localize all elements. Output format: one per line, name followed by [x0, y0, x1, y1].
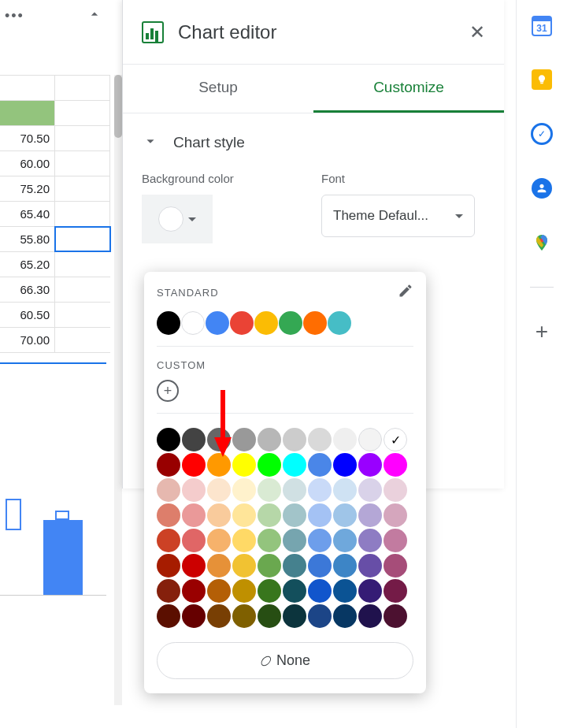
palette-color-swatch[interactable]	[358, 453, 382, 477]
palette-color-swatch[interactable]	[157, 453, 180, 477]
palette-color-swatch[interactable]	[283, 579, 306, 603]
scrollbar-thumb[interactable]	[114, 75, 122, 138]
palette-color-swatch[interactable]	[258, 554, 281, 578]
palette-color-swatch[interactable]	[308, 604, 332, 628]
palette-color-swatch[interactable]	[157, 478, 180, 502]
palette-color-swatch[interactable]	[333, 554, 357, 578]
sheet-cells[interactable]: 70.50 60.00 75.20 65.40 55.80 65.20 66.3…	[0, 75, 110, 353]
palette-color-swatch[interactable]	[232, 428, 256, 451]
pencil-icon[interactable]	[398, 283, 413, 302]
palette-color-swatch[interactable]	[182, 579, 206, 603]
standard-color-swatch[interactable]	[230, 311, 254, 335]
contacts-icon[interactable]	[532, 178, 552, 199]
palette-color-swatch[interactable]	[358, 529, 382, 552]
palette-color-swatch[interactable]	[358, 579, 382, 603]
standard-color-swatch[interactable]	[181, 311, 205, 335]
palette-color-swatch[interactable]	[232, 453, 256, 477]
palette-color-swatch[interactable]	[333, 529, 357, 552]
palette-color-swatch[interactable]	[308, 428, 332, 451]
palette-color-swatch[interactable]	[182, 604, 206, 628]
none-button[interactable]: ⬭ None	[157, 642, 413, 679]
palette-color-swatch[interactable]	[258, 453, 281, 477]
palette-color-swatch[interactable]	[182, 428, 206, 451]
cell[interactable]: 65.20	[0, 252, 55, 277]
palette-color-swatch[interactable]	[258, 478, 281, 502]
palette-color-swatch[interactable]	[333, 428, 357, 451]
palette-color-swatch[interactable]	[283, 428, 306, 451]
palette-color-swatch[interactable]	[157, 503, 180, 527]
cell[interactable]: 65.40	[0, 202, 55, 226]
palette-color-swatch[interactable]	[182, 529, 206, 552]
palette-color-swatch[interactable]	[333, 604, 357, 628]
palette-color-swatch[interactable]	[207, 453, 231, 477]
palette-color-swatch[interactable]	[308, 453, 332, 477]
cell[interactable]: 60.00	[0, 151, 55, 176]
palette-color-swatch[interactable]	[182, 554, 206, 578]
palette-color-swatch[interactable]	[232, 478, 256, 502]
palette-color-swatch[interactable]	[207, 529, 231, 552]
cell[interactable]: 66.30	[0, 277, 55, 302]
palette-color-swatch[interactable]	[358, 503, 382, 527]
palette-color-swatch[interactable]	[358, 604, 382, 628]
palette-color-swatch[interactable]	[333, 503, 357, 527]
palette-color-swatch[interactable]	[308, 579, 332, 603]
palette-color-swatch[interactable]	[157, 579, 180, 603]
palette-color-swatch[interactable]	[207, 579, 231, 603]
standard-color-swatch[interactable]	[157, 311, 180, 335]
tab-setup[interactable]: Setup	[123, 65, 313, 113]
palette-color-swatch[interactable]	[283, 529, 306, 552]
cell[interactable]: 70.00	[0, 328, 55, 352]
palette-color-swatch[interactable]	[232, 604, 256, 628]
vertical-scrollbar[interactable]	[114, 75, 122, 705]
palette-color-swatch[interactable]	[308, 529, 332, 552]
palette-color-swatch[interactable]	[232, 503, 256, 527]
collapse-icon[interactable]	[87, 6, 102, 25]
palette-color-swatch[interactable]	[358, 478, 382, 502]
palette-color-swatch[interactable]	[232, 554, 256, 578]
palette-color-swatch[interactable]	[333, 478, 357, 502]
palette-color-swatch[interactable]	[157, 604, 180, 628]
palette-color-swatch[interactable]	[283, 503, 306, 527]
cell[interactable]: 75.20	[0, 176, 55, 201]
section-chart-style[interactable]: Chart style	[123, 113, 504, 172]
palette-color-swatch[interactable]	[157, 554, 180, 578]
standard-color-swatch[interactable]	[206, 311, 229, 335]
keep-icon[interactable]	[532, 69, 552, 90]
tab-customize[interactable]: Customize	[313, 65, 504, 113]
palette-color-swatch[interactable]	[182, 453, 206, 477]
palette-color-swatch[interactable]	[384, 579, 407, 603]
palette-color-swatch[interactable]	[283, 453, 306, 477]
palette-color-swatch[interactable]	[207, 428, 231, 451]
palette-color-swatch[interactable]	[358, 428, 382, 451]
palette-color-swatch[interactable]	[384, 604, 407, 628]
palette-color-swatch[interactable]	[207, 503, 231, 527]
palette-color-swatch[interactable]	[308, 478, 332, 502]
palette-color-swatch[interactable]	[157, 529, 180, 552]
maps-icon[interactable]	[531, 232, 553, 254]
palette-color-swatch[interactable]	[384, 478, 407, 502]
palette-color-swatch[interactable]	[384, 503, 407, 527]
palette-color-swatch[interactable]	[283, 604, 306, 628]
palette-color-swatch[interactable]	[333, 579, 357, 603]
palette-color-swatch[interactable]	[283, 554, 306, 578]
standard-color-swatch[interactable]	[303, 311, 327, 335]
cell[interactable]: 70.50	[0, 126, 55, 150]
palette-color-swatch[interactable]	[333, 453, 357, 477]
palette-color-swatch[interactable]	[232, 579, 256, 603]
palette-color-swatch[interactable]	[182, 478, 206, 502]
palette-color-swatch[interactable]	[258, 579, 281, 603]
calendar-icon[interactable]: 31	[532, 16, 552, 36]
palette-color-swatch[interactable]	[207, 604, 231, 628]
palette-color-swatch[interactable]	[384, 529, 407, 552]
palette-color-swatch[interactable]	[283, 478, 306, 502]
background-color-button[interactable]	[142, 195, 213, 243]
palette-color-swatch[interactable]: ✓	[384, 428, 407, 451]
palette-color-swatch[interactable]	[232, 529, 256, 552]
palette-color-swatch[interactable]	[308, 503, 332, 527]
font-select[interactable]: Theme Defaul...	[321, 195, 475, 237]
palette-color-swatch[interactable]	[258, 428, 281, 451]
palette-color-swatch[interactable]	[182, 503, 206, 527]
close-icon[interactable]: ✕	[469, 21, 485, 43]
add-custom-color-button[interactable]: +	[157, 380, 179, 402]
palette-color-swatch[interactable]	[358, 554, 382, 578]
